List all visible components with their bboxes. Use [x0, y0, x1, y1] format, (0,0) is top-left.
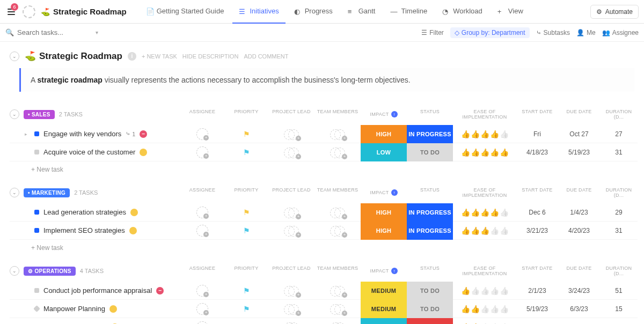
col-dur[interactable]: DURATION (D...: [600, 187, 638, 198]
assignee-cell[interactable]: [180, 225, 224, 237]
due-cell[interactable]: 6/3/23: [558, 305, 600, 313]
dur-cell[interactable]: 51: [600, 287, 638, 294]
due-cell[interactable]: 4/20/23: [558, 227, 600, 234]
tab-initiatives[interactable]: ☰Initiatives: [232, 0, 285, 24]
assignee-cell[interactable]: [180, 146, 224, 158]
people-placeholder[interactable]: +: [330, 207, 345, 218]
start-cell[interactable]: Fri: [516, 130, 558, 138]
due-cell[interactable]: 1/4/23: [558, 209, 600, 216]
dur-cell[interactable]: 31: [600, 149, 638, 156]
priority-cell[interactable]: ⚑: [224, 305, 268, 313]
tab-view[interactable]: +View: [491, 0, 530, 24]
assignee-cell[interactable]: [180, 128, 224, 140]
automate-button[interactable]: ⚙ Automate: [590, 5, 639, 19]
col-priority[interactable]: PRIORITY: [224, 187, 268, 198]
me-button[interactable]: 👤Me: [576, 29, 596, 36]
new-task-button[interactable]: + New task: [10, 240, 634, 254]
people-placeholder[interactable]: +: [330, 128, 345, 140]
avatar-placeholder[interactable]: [196, 225, 208, 237]
col-due[interactable]: DUE DATE: [558, 187, 600, 198]
group-pill[interactable]: • MARKETING: [24, 188, 70, 197]
lead-cell[interactable]: +: [268, 303, 314, 315]
task-name-cell[interactable]: Acquire voice of the customer: [10, 148, 180, 156]
status-cell[interactable]: IN PROGRESS: [407, 222, 453, 240]
tab-progress[interactable]: ◐Progress: [288, 0, 339, 24]
chevron-down-icon[interactable]: ▾: [96, 30, 98, 35]
avatar-placeholder[interactable]: [196, 285, 208, 297]
ease-cell[interactable]: 👍👍👍👍👍: [453, 286, 516, 295]
col-impact[interactable]: IMPACT↑: [361, 109, 407, 120]
team-cell[interactable]: +: [314, 146, 361, 158]
col-assignee[interactable]: ASSIGNEE: [180, 266, 224, 276]
team-cell[interactable]: +: [314, 303, 361, 315]
people-placeholder[interactable]: +: [284, 146, 299, 158]
priority-cell[interactable]: ⚑: [224, 208, 268, 217]
team-cell[interactable]: +: [314, 225, 361, 237]
avatar-placeholder[interactable]: [196, 207, 208, 218]
people-placeholder[interactable]: +: [330, 146, 345, 158]
task-row[interactable]: Acquire voice of the customer ⚑ + + LOW …: [10, 143, 638, 161]
ease-cell[interactable]: 👍👍👍👍👍: [453, 148, 516, 157]
impact-cell[interactable]: HIGH: [361, 125, 407, 143]
tab-getting-started-guide[interactable]: 📄Getting Started Guide: [140, 0, 231, 24]
assignee-cell[interactable]: [180, 285, 224, 297]
group-pill[interactable]: • SALES: [24, 110, 55, 119]
subtask-count[interactable]: ⤷1: [126, 130, 135, 137]
lead-cell[interactable]: +: [268, 225, 314, 237]
col-team[interactable]: TEAM MEMBERS: [314, 266, 361, 276]
avatar-placeholder[interactable]: [196, 303, 208, 315]
col-priority[interactable]: PRIORITY: [224, 109, 268, 120]
col-status[interactable]: STATUS: [407, 109, 453, 120]
dur-cell[interactable]: 27: [600, 130, 638, 138]
col-due[interactable]: DUE DATE: [558, 266, 600, 276]
col-status[interactable]: STATUS: [407, 187, 453, 198]
col-ease[interactable]: EASE OF IMPLEMENTATION: [453, 109, 516, 120]
assignee-cell[interactable]: [180, 321, 224, 325]
group-collapse[interactable]: ⌄: [10, 109, 19, 119]
col-impact[interactable]: IMPACT↑: [361, 187, 407, 198]
impact-cell[interactable]: HIGH: [361, 203, 407, 222]
search-wrap[interactable]: 🔍 ▾: [5, 28, 415, 36]
due-cell[interactable]: 5/19/23: [558, 149, 600, 156]
team-cell[interactable]: +: [314, 207, 361, 218]
start-cell[interactable]: 5/19/23: [516, 305, 558, 313]
task-row[interactable]: Manpower Planning ⚑ + + MEDIUM TO DO 👍👍👍…: [10, 300, 638, 318]
task-row[interactable]: Lead generation strategies ⚑ + + HIGH IN…: [10, 203, 638, 222]
info-icon[interactable]: i: [128, 52, 136, 61]
start-cell[interactable]: 4/18/23: [516, 149, 558, 156]
avatar-placeholder[interactable]: [196, 128, 208, 140]
filter-button[interactable]: ☰Filter: [421, 29, 444, 36]
priority-cell[interactable]: ⚑: [224, 148, 268, 157]
group-collapse[interactable]: ⌄: [10, 188, 19, 197]
team-cell[interactable]: +: [314, 285, 361, 297]
people-placeholder[interactable]: +: [284, 128, 299, 140]
status-cell[interactable]: IN PROGRESS: [407, 203, 453, 222]
people-placeholder[interactable]: +: [330, 303, 345, 315]
status-cell[interactable]: TO DO: [407, 300, 453, 318]
col-impact[interactable]: IMPACT↑: [361, 266, 407, 276]
ease-cell[interactable]: 👍👍👍👍👍: [453, 305, 516, 313]
lead-cell[interactable]: +: [268, 128, 314, 140]
impact-cell[interactable]: MEDIUM: [361, 300, 407, 318]
impact-cell[interactable]: HIGH: [361, 222, 407, 240]
task-name-cell[interactable]: Implement SEO strategies: [10, 226, 180, 234]
col-team[interactable]: TEAM MEMBERS: [314, 187, 361, 198]
col-team[interactable]: TEAM MEMBERS: [314, 109, 361, 120]
tab-workload[interactable]: ◔Workload: [436, 0, 489, 24]
lead-cell[interactable]: +: [268, 285, 314, 297]
col-start[interactable]: START DATE: [516, 109, 558, 120]
add-comment-button[interactable]: ADD COMMENT: [244, 53, 288, 60]
dur-cell[interactable]: 15: [600, 305, 638, 313]
task-name-cell[interactable]: Lead generation strategies: [10, 208, 180, 216]
assignee-cell[interactable]: [180, 303, 224, 315]
col-start[interactable]: START DATE: [516, 266, 558, 276]
lead-cell[interactable]: +: [268, 207, 314, 218]
status-cell[interactable]: TO DO: [407, 282, 453, 300]
group-by-button[interactable]: ◇Group by: Department: [450, 27, 530, 38]
expand-icon[interactable]: ▸: [25, 131, 30, 137]
assignee-cell[interactable]: [180, 207, 224, 218]
people-placeholder[interactable]: +: [330, 285, 345, 297]
group-pill[interactable]: ⚙ OPERATIONS: [24, 267, 76, 276]
collapse-toggle[interactable]: ⌄: [10, 51, 19, 61]
new-task-button[interactable]: + NEW TASK: [142, 53, 177, 60]
